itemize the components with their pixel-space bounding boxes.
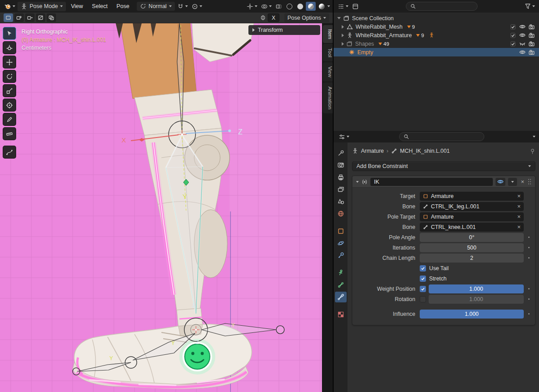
hidden-closed-eye-icon[interactable] [517, 41, 527, 46]
rotate-tool[interactable] [3, 70, 16, 83]
breadcrumb-object[interactable]: Armature [361, 148, 384, 154]
pose-options-dropdown[interactable]: Pose Options [284, 13, 329, 22]
properties-editor-type-button[interactable] [337, 133, 351, 141]
hide-viewport-eye-icon[interactable] [517, 50, 527, 55]
clear-pole-bone-button[interactable]: × [516, 224, 522, 230]
move-tool[interactable] [3, 56, 16, 69]
mirror-x-toggle[interactable]: X [268, 13, 279, 22]
menu-pose[interactable]: Pose [113, 2, 134, 11]
cursor-tool[interactable] [3, 41, 16, 54]
sidebar-tab-item[interactable]: Item [323, 25, 333, 43]
tweak-select-tool[interactable] [3, 27, 16, 40]
animate-dot[interactable] [528, 247, 530, 248]
disclosure-icon[interactable] [342, 42, 344, 46]
menu-view[interactable]: View [67, 2, 87, 11]
select-mode-invert-button[interactable] [36, 13, 45, 22]
hide-viewport-eye-icon[interactable] [517, 33, 527, 38]
orientation-dropdown[interactable]: Normal [137, 2, 174, 11]
animate-dot[interactable] [528, 298, 530, 300]
tab-world[interactable] [335, 208, 347, 219]
disable-render-camera-icon[interactable] [527, 24, 536, 30]
disclosure-icon[interactable] [337, 17, 341, 19]
transform-panel-collapsed[interactable]: Transform [248, 25, 320, 35]
use-tail-checkbox[interactable] [420, 265, 426, 271]
tab-object[interactable] [335, 226, 347, 237]
measure-tool[interactable] [3, 127, 16, 140]
outliner-row-empty[interactable]: Empty [334, 48, 539, 56]
disable-render-camera-icon[interactable] [527, 41, 536, 47]
show-overlays-button[interactable] [260, 2, 273, 11]
viewport-scene[interactable]: X Z Y Z Z Y Y Y [0, 23, 322, 392]
animate-dot[interactable] [528, 288, 530, 289]
tab-object-constraints[interactable] [335, 250, 347, 261]
outliner-row-whiterabbit-armature[interactable]: WhiteRabbit_Armature 9 [334, 31, 539, 39]
tab-tool[interactable] [335, 148, 347, 159]
scale-tool[interactable] [3, 84, 16, 97]
breadcrumb-bone[interactable]: MCH_IK_shin.L.001 [400, 148, 450, 154]
tab-object-data[interactable] [335, 267, 347, 278]
shading-options-caret[interactable] [327, 5, 330, 7]
pin-icon[interactable] [530, 148, 535, 154]
tab-bone-constraints[interactable] [335, 292, 347, 302]
select-mode-new-button[interactable] [4, 13, 13, 22]
outliner-editor-type-button[interactable] [336, 2, 350, 11]
outliner-row-shapes[interactable]: Shapes 49 [334, 39, 539, 48]
stretch-checkbox[interactable] [420, 276, 426, 282]
animate-dot[interactable] [528, 237, 530, 238]
outliner-row-scene-collection[interactable]: Scene Collection [334, 14, 539, 22]
clear-target-button[interactable]: × [516, 193, 522, 199]
tab-view-layer[interactable] [335, 184, 347, 195]
constraint-delete-button[interactable]: × [520, 179, 525, 185]
shading-wireframe-button[interactable] [284, 2, 294, 11]
influence-slider[interactable]: 1.000 [420, 310, 524, 319]
sidebar-tab-view[interactable]: View [323, 62, 333, 82]
rotation-checkbox[interactable] [420, 296, 426, 302]
iterations-field[interactable]: 500 [420, 243, 524, 252]
disclosure-icon[interactable] [342, 34, 344, 37]
constraint-enable-eye-button[interactable] [496, 178, 505, 186]
pole-bone-field[interactable]: CTRL_knee.L.001 × [420, 223, 524, 232]
selectable-checkbox[interactable] [508, 33, 517, 38]
outliner-filter-button[interactable] [523, 2, 536, 10]
panel-collapse-caret[interactable] [356, 181, 359, 183]
tab-output[interactable] [335, 172, 347, 183]
viewport[interactable]: X Z Y Z Z Y Y Y Right Orthographic (0) A… [0, 23, 333, 392]
tab-render[interactable] [335, 160, 347, 171]
disclosure-icon[interactable] [342, 25, 344, 29]
animate-dot[interactable] [528, 257, 530, 258]
select-mode-intersect-button[interactable] [47, 13, 56, 22]
clear-pole-target-button[interactable]: × [516, 214, 522, 220]
tab-bone[interactable] [335, 280, 347, 290]
shading-rendered-button[interactable] [317, 2, 326, 11]
show-gizmo-button[interactable] [245, 2, 259, 11]
tab-texture[interactable] [335, 309, 347, 320]
rotation-slider[interactable]: 1.000 [429, 295, 524, 304]
annotate-tool[interactable] [3, 113, 16, 126]
target-bone-field[interactable]: CTRL_IK_leg.L.001 × [420, 202, 524, 211]
disable-render-camera-icon[interactable] [527, 33, 536, 38]
weight-position-slider[interactable]: 1.000 [429, 284, 524, 293]
selectable-checkbox[interactable] [508, 24, 517, 30]
transform-tool[interactable] [3, 99, 16, 112]
select-mode-subtract-button[interactable] [25, 13, 35, 22]
constraint-extras-button[interactable] [508, 178, 517, 186]
mode-dropdown[interactable]: Pose Mode [17, 2, 66, 11]
select-mode-extend-button[interactable] [14, 13, 24, 22]
target-field[interactable]: Armature × [420, 192, 524, 201]
pole-angle-field[interactable]: 0° [420, 233, 524, 242]
shading-material-button[interactable] [306, 2, 316, 11]
pole-target-field[interactable]: Armature × [420, 212, 524, 221]
hide-viewport-eye-icon[interactable] [517, 24, 527, 29]
editor-type-button[interactable] [3, 2, 17, 11]
weight-position-checkbox[interactable] [420, 286, 426, 292]
menu-select[interactable]: Select [88, 2, 112, 11]
animate-dot[interactable] [528, 313, 530, 314]
outliner-search-input[interactable] [406, 2, 478, 11]
tab-scene[interactable] [335, 196, 347, 207]
properties-options-caret[interactable] [533, 136, 535, 138]
outliner-display-mode-button[interactable] [351, 2, 360, 11]
snap-toggle-button[interactable] [176, 2, 189, 11]
add-bone-constraint-button[interactable]: Add Bone Constraint [352, 161, 535, 171]
drag-handle-icon[interactable] [528, 178, 531, 185]
sidebar-tab-animation[interactable]: Animation [323, 82, 333, 113]
